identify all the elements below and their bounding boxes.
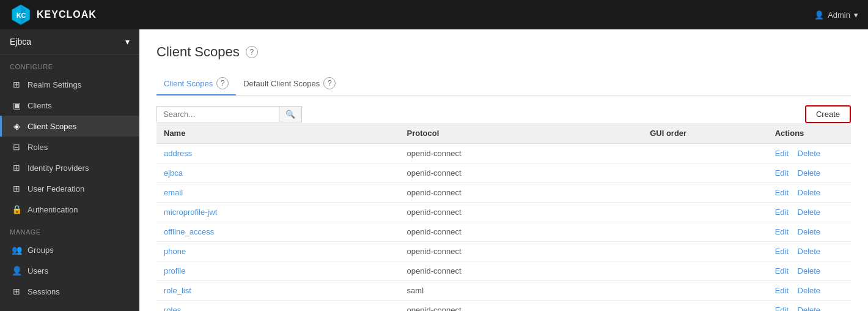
edit-link[interactable]: Edit [775,286,789,295]
row-name-cell[interactable]: phone [156,242,400,261]
sidebar-item-identity-providers[interactable]: ⊞ Identity Providers [0,157,139,178]
actions-header: Actions [768,123,851,144]
table-row: profile openid-connect Edit Delete [156,261,851,281]
delete-link[interactable]: Delete [798,149,821,158]
sidebar-item-roles[interactable]: ⊟ Roles [0,137,139,157]
row-actions-cell: Edit Delete [768,163,851,183]
row-name-cell[interactable]: microprofile-jwt [156,203,400,222]
tab-client-scopes-label: Client Scopes [164,79,213,88]
table-row: phone openid-connect Edit Delete [156,242,851,261]
sidebar-item-sessions[interactable]: ⊞ Sessions [0,281,139,302]
edit-link[interactable]: Edit [775,266,789,275]
row-name-cell[interactable]: profile [156,261,400,281]
row-name-cell[interactable]: address [156,144,400,163]
roles-icon: ⊟ [12,142,21,152]
user-federation-icon: ⊞ [12,184,21,193]
delete-link[interactable]: Delete [798,266,821,275]
groups-icon: 👥 [12,245,21,255]
client-scopes-table: Name Protocol GUI order Actions address … [156,123,851,311]
sessions-icon: ⊞ [12,287,21,296]
page-title: Client Scopes [156,44,240,60]
row-name-cell[interactable]: roles [156,301,400,312]
sidebar-item-label: Groups [28,245,54,255]
gui-order-header: GUI order [642,123,767,144]
realm-selector[interactable]: Ejbca ▾ [0,29,139,54]
tab-default-client-scopes-help-icon[interactable]: ? [323,77,336,89]
row-actions-cell: Edit Delete [768,222,851,242]
brand: KC KEYCLOAK [10,4,97,26]
edit-link[interactable]: Edit [775,168,789,178]
row-actions-cell: Edit Delete [768,183,851,203]
table-row: microprofile-jwt openid-connect Edit Del… [156,203,851,222]
tab-client-scopes[interactable]: Client Scopes ? [156,72,236,96]
authentication-icon: 🔒 [12,204,21,214]
delete-link[interactable]: Delete [798,247,821,256]
table-row: email openid-connect Edit Delete [156,183,851,203]
row-name-cell[interactable]: role_list [156,281,400,301]
sidebar-item-authentication[interactable]: 🔒 Authentication [0,199,139,220]
tab-default-client-scopes-label: Default Client Scopes [243,79,320,88]
row-protocol-cell: openid-connect [400,242,643,261]
sidebar-item-groups[interactable]: 👥 Groups [0,239,139,260]
sidebar-item-label: Users [28,266,48,275]
protocol-header: Protocol [400,123,643,144]
sidebar-item-user-federation[interactable]: ⊞ User Federation [0,178,139,199]
row-name-cell[interactable]: email [156,183,400,203]
sidebar-item-client-scopes[interactable]: ◈ Client Scopes [0,116,139,137]
configure-section-label: Configure [0,54,139,74]
edit-link[interactable]: Edit [775,247,789,256]
row-protocol-cell: openid-connect [400,203,643,222]
row-name-cell[interactable]: offline_access [156,222,400,242]
edit-link[interactable]: Edit [775,305,789,311]
sidebar-item-realm-settings[interactable]: ⊞ Realm Settings [0,74,139,95]
sidebar-item-users[interactable]: 👤 Users [0,260,139,281]
svg-text:KC: KC [17,12,26,19]
edit-link[interactable]: Edit [775,227,789,236]
row-gui-order-cell [642,203,767,222]
delete-link[interactable]: Delete [798,188,821,197]
manage-section-label: Manage [0,220,139,239]
row-actions-cell: Edit Delete [768,242,851,261]
edit-link[interactable]: Edit [775,188,789,197]
row-gui-order-cell [642,242,767,261]
row-actions-cell: Edit Delete [768,261,851,281]
row-gui-order-cell [642,144,767,163]
delete-link[interactable]: Delete [798,305,821,311]
tab-client-scopes-help-icon[interactable]: ? [216,77,229,89]
delete-link[interactable]: Delete [798,227,821,236]
name-header: Name [156,123,400,144]
sidebar-item-label: Clients [28,101,52,110]
tab-default-client-scopes[interactable]: Default Client Scopes ? [236,72,343,96]
identity-providers-icon: ⊞ [12,163,21,173]
row-protocol-cell: openid-connect [400,222,643,242]
search-button[interactable]: 🔍 [279,106,302,122]
content-area: Client Scopes ? Client Scopes ? Default … [139,29,868,311]
realm-name: Ejbca [10,37,31,47]
sidebar-item-label: Roles [28,143,48,152]
user-menu[interactable]: 👤 Admin ▾ [814,10,858,20]
table-row: address openid-connect Edit Delete [156,144,851,163]
row-gui-order-cell [642,281,767,301]
table-row: ejbca openid-connect Edit Delete [156,163,851,183]
realm-chevron-icon: ▾ [125,37,130,47]
users-icon: 👤 [12,266,21,275]
page-help-icon[interactable]: ? [246,46,258,58]
row-name-cell[interactable]: ejbca [156,163,400,183]
create-button[interactable]: Create [805,105,851,123]
sidebar-item-label: Identity Providers [28,163,89,173]
user-dropdown-icon: ▾ [854,10,858,20]
row-gui-order-cell [642,163,767,183]
row-actions-cell: Edit Delete [768,301,851,312]
row-actions-cell: Edit Delete [768,203,851,222]
table-row: role_list saml Edit Delete [156,281,851,301]
sidebar-item-clients[interactable]: ▣ Clients [0,95,139,116]
search-input[interactable] [156,106,279,122]
row-protocol-cell: saml [400,281,643,301]
navbar: KC KEYCLOAK 👤 Admin ▾ [0,0,868,29]
delete-link[interactable]: Delete [798,168,821,178]
edit-link[interactable]: Edit [775,149,789,158]
delete-link[interactable]: Delete [798,208,821,217]
edit-link[interactable]: Edit [775,208,789,217]
delete-link[interactable]: Delete [798,286,821,295]
brand-name: KEYCLOAK [37,9,97,20]
